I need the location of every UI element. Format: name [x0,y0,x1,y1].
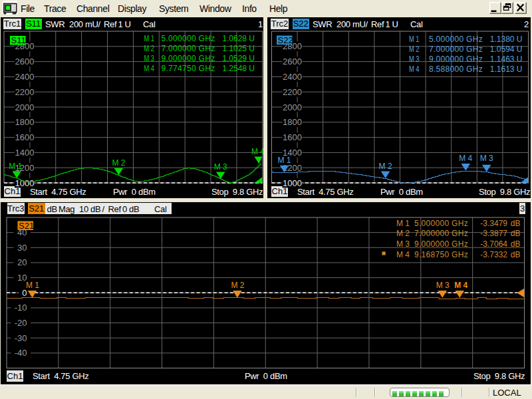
svg-text:2200: 2200 [283,87,302,97]
svg-text:M 1: M 1 [26,281,39,290]
svg-text:1600: 1600 [15,132,35,142]
svg-text:1600: 1600 [283,132,302,142]
svg-text:M 4: M 4 [396,250,410,259]
svg-text:1.1463 U: 1.1463 U [490,55,523,64]
svg-text:-3.7064 dB: -3.7064 dB [480,239,520,249]
svg-text:M 4: M 4 [251,147,265,156]
svg-text:M 4: M 4 [454,281,467,290]
svg-text:5.000000 GHz: 5.000000 GHz [429,35,483,44]
svg-text:S21: S21 [19,221,34,231]
svg-text:1.0628 U: 1.0628 U [222,34,255,43]
svg-text:2000: 2000 [15,102,35,112]
svg-text:2600: 2600 [283,57,302,66]
svg-text:7.000000 GHz: 7.000000 GHz [162,44,215,53]
svg-text:M 2: M 2 [409,45,420,54]
svg-text:2400: 2400 [283,72,302,82]
svg-text:8.588000 GHz: 8.588000 GHz [429,65,483,74]
svg-text:-3.3877 dB: -3.3877 dB [480,229,520,238]
svg-text:1.1025 U: 1.1025 U [222,44,255,53]
svg-text:M 2: M 2 [231,281,244,290]
svg-text:M 4: M 4 [459,154,472,163]
svg-text:M 1: M 1 [144,34,155,43]
svg-text:1.2548 U: 1.2548 U [222,64,255,73]
svg-text:5.000000 GHz: 5.000000 GHz [162,34,215,43]
svg-text:-10: -10 [15,303,27,313]
svg-text:M 1: M 1 [396,219,410,228]
svg-text:M 3: M 3 [214,162,227,172]
svg-text:9.000000 GHz: 9.000000 GHz [162,54,215,63]
svg-text:-20: -20 [15,318,27,328]
svg-text:M 3: M 3 [144,54,155,63]
svg-text:S22: S22 [278,35,293,45]
svg-text:-3.3479 dB: -3.3479 dB [480,219,520,228]
svg-text:M 3: M 3 [409,55,420,64]
svg-text:S11: S11 [11,35,26,45]
svg-text:20: 20 [17,257,27,267]
svg-text:9.774750 GHz: 9.774750 GHz [162,64,215,73]
svg-text:M 1: M 1 [277,156,291,165]
svg-text:M 3: M 3 [396,239,410,249]
svg-text:2400: 2400 [15,72,35,82]
svg-text:1000: 1000 [15,178,35,188]
svg-text:M 1: M 1 [9,162,22,171]
svg-text:2000: 2000 [283,102,302,112]
svg-text:9.000000 GHz: 9.000000 GHz [429,55,483,64]
svg-text:M 2: M 2 [144,44,155,53]
svg-text:1400: 1400 [15,148,35,158]
svg-text:7.000000 GHz: 7.000000 GHz [429,45,483,54]
svg-text:9.168750 GHz: 9.168750 GHz [414,250,468,259]
svg-text:-3.7332 dB: -3.7332 dB [480,250,520,259]
svg-text:M 3: M 3 [436,281,450,290]
svg-text:M 3: M 3 [480,154,493,163]
svg-text:M 2: M 2 [379,162,392,171]
svg-text:1800: 1800 [283,117,302,127]
svg-text:1000: 1000 [283,178,302,188]
svg-text:-30: -30 [15,333,27,343]
svg-text:1.1613 U: 1.1613 U [490,65,523,74]
svg-text:5.000000 GHz: 5.000000 GHz [414,219,468,228]
svg-text:1800: 1800 [15,117,35,127]
svg-text:M 4: M 4 [409,65,420,74]
svg-text:7.000000 GHz: 7.000000 GHz [414,229,468,238]
svg-text:-40: -40 [15,348,27,358]
svg-text:M 1: M 1 [409,35,420,44]
svg-text:M 2: M 2 [396,229,410,238]
svg-text:1.0594 U: 1.0594 U [490,45,523,54]
svg-text:M 4: M 4 [144,64,155,73]
svg-text:1.0529 U: 1.0529 U [222,54,255,63]
svg-text:2200: 2200 [15,87,35,97]
svg-text:M 2: M 2 [112,158,125,168]
svg-text:30: 30 [17,243,27,253]
svg-text:2600: 2600 [15,57,35,66]
svg-text:1.1380 U: 1.1380 U [490,35,523,44]
svg-text:9.000000 GHz: 9.000000 GHz [414,239,468,249]
